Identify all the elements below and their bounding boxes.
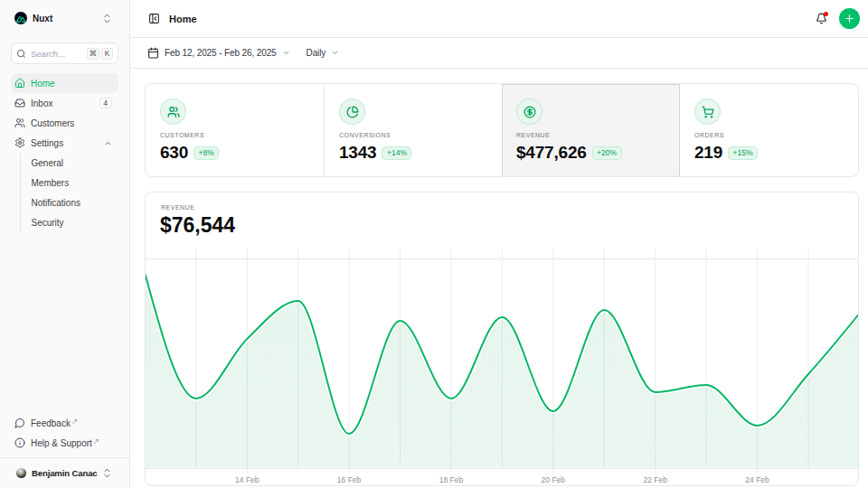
svg-text:18 Feb: 18 Feb (439, 475, 464, 484)
svg-text:20 Feb: 20 Feb (542, 475, 566, 484)
svg-text:22 Feb: 22 Feb (643, 475, 667, 484)
svg-text:14 Feb: 14 Feb (235, 475, 259, 484)
svg-text:16 Feb: 16 Feb (337, 475, 362, 484)
svg-text:24 Feb: 24 Feb (745, 475, 769, 484)
